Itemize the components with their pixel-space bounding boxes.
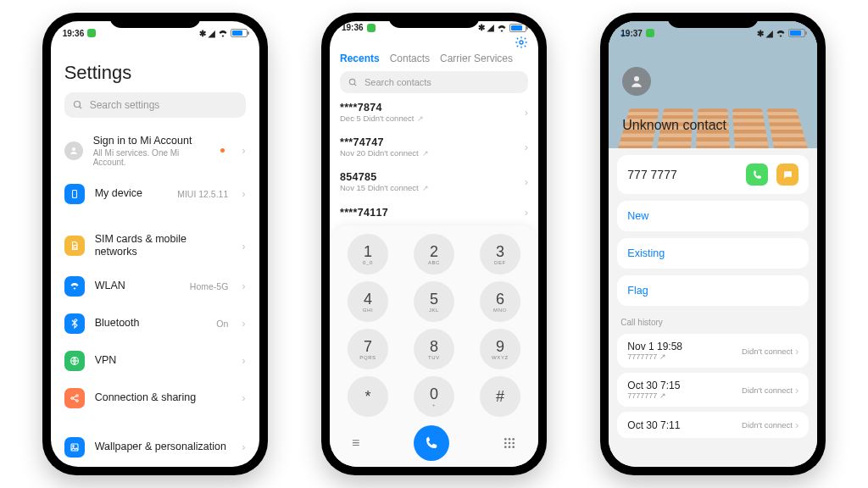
recent-number: ****74117: [340, 207, 525, 219]
wifi-status-icon: [497, 24, 507, 32]
phone-dialer: 19:36 ✱ ◢ Recents Contacts Carrier Servi…: [321, 13, 547, 475]
key-digit: 0: [430, 386, 438, 402]
chevron-right-icon: ›: [242, 240, 245, 252]
menu-button[interactable]: ≡: [352, 435, 359, 451]
settings-row-sim[interactable]: SIM cards & mobile networks›: [64, 225, 246, 268]
settings-row-bluetooth[interactable]: BluetoothOn›: [64, 305, 246, 342]
action-existing[interactable]: Existing: [617, 238, 809, 269]
svg-rect-9: [71, 444, 78, 451]
dialpad-toggle-button[interactable]: [503, 436, 516, 450]
key-letters: WXYZ: [492, 355, 509, 360]
my-device-row[interactable]: My device MIUI 12.5.11 ›: [64, 175, 246, 213]
key-digit: 6: [496, 291, 504, 307]
key-letters: PQRS: [359, 355, 376, 360]
person-icon: [64, 141, 83, 160]
key-digit: 7: [364, 339, 372, 354]
status-time: 19:37: [620, 29, 643, 38]
wallpaper-label: Wallpaper & personalization: [95, 441, 232, 454]
recent-call-item[interactable]: ***74747Nov 20 Didn't connect ↗›: [340, 130, 528, 164]
outgoing-icon: ↗: [659, 391, 666, 400]
action-new[interactable]: New: [617, 201, 809, 231]
svg-point-0: [74, 102, 80, 108]
settings-row-label: VPN: [95, 354, 232, 368]
settings-row-label: Bluetooth: [95, 317, 207, 330]
recent-number: ****7874: [340, 102, 525, 114]
action-flag[interactable]: Flag: [617, 275, 809, 306]
settings-row-label: WLAN: [95, 280, 180, 293]
call-button[interactable]: [414, 425, 449, 461]
account-row[interactable]: Sign in to Mi Account All Mi services. O…: [64, 126, 246, 175]
call-action-button[interactable]: [746, 164, 768, 186]
key-8[interactable]: 8TUV: [414, 329, 454, 369]
tab-contacts[interactable]: Contacts: [390, 53, 430, 64]
recent-call-item[interactable]: ****7874Dec 5 Didn't connect ↗›: [340, 95, 528, 130]
key-3[interactable]: 3DEF: [480, 234, 520, 274]
history-status: Didn't connect: [742, 420, 793, 430]
signal-icon: ◢: [766, 29, 773, 38]
device-icon: [64, 184, 85, 204]
chevron-right-icon: ›: [242, 144, 245, 157]
chevron-right-icon: ›: [795, 384, 798, 396]
svg-rect-4: [74, 246, 77, 249]
settings-gear-button[interactable]: [340, 36, 528, 53]
call-history-item[interactable]: Oct 30 7:11Didn't connect›: [617, 412, 809, 438]
recent-subtitle: Dec 5 Didn't connect ↗: [340, 114, 525, 123]
svg-point-16: [512, 438, 515, 441]
my-device-label: My device: [95, 187, 168, 201]
key-*[interactable]: *: [348, 376, 388, 417]
wallpaper-icon: [64, 437, 85, 458]
key-9[interactable]: 9WXYZ: [480, 329, 520, 369]
settings-row-share[interactable]: Connection & sharing›: [64, 380, 246, 417]
sim-icon: [64, 236, 85, 256]
tab-carrier-services[interactable]: Carrier Services: [440, 53, 513, 64]
key-4[interactable]: 4GHI: [348, 281, 388, 322]
key-0[interactable]: 0+: [414, 376, 454, 417]
wifi-icon: [64, 276, 85, 297]
key-#[interactable]: #: [480, 376, 520, 417]
message-action-button[interactable]: [776, 164, 798, 186]
key-6[interactable]: 6MNO: [480, 281, 520, 322]
bluetooth-icon: [64, 313, 85, 334]
call-history-item[interactable]: Nov 1 19:587777777 ↗Didn't connect›: [617, 334, 809, 368]
history-status: Didn't connect: [742, 385, 793, 395]
signal-icon: ◢: [487, 23, 494, 32]
history-time: Nov 1 19:58: [627, 341, 742, 352]
key-1[interactable]: 10_0: [348, 234, 388, 274]
chevron-right-icon: ›: [242, 391, 245, 404]
status-time: 19:36: [342, 23, 364, 32]
svg-point-21: [509, 446, 511, 448]
svg-point-18: [509, 442, 511, 445]
phone-settings: 19:36 ✱ ◢ Settings Search settings Sign …: [42, 13, 268, 475]
search-settings-input[interactable]: Search settings: [64, 92, 246, 118]
call-history-item[interactable]: Oct 30 7:157777777 ↗Didn't connect›: [617, 373, 809, 407]
svg-point-10: [72, 446, 74, 447]
key-letters: GHI: [363, 308, 373, 313]
recent-call-item[interactable]: 854785Nov 15 Didn't connect ↗›: [340, 164, 528, 199]
chevron-right-icon: ›: [525, 106, 528, 119]
chevron-right-icon: ›: [242, 187, 245, 200]
svg-point-20: [504, 446, 507, 448]
key-2[interactable]: 2ABC: [414, 234, 454, 274]
tab-recents[interactable]: Recents: [340, 53, 380, 64]
key-letters: 0_0: [363, 260, 373, 265]
svg-point-22: [512, 446, 515, 448]
search-contacts-input[interactable]: Search contacts: [340, 71, 528, 93]
settings-row-value: On: [216, 319, 228, 329]
key-digit: #: [496, 389, 504, 404]
chevron-right-icon: ›: [242, 441, 245, 453]
wallpaper-row[interactable]: Wallpaper & personalization ›: [64, 429, 246, 466]
key-digit: *: [364, 389, 370, 404]
svg-point-15: [509, 438, 511, 441]
contact-name: Unknown contact: [622, 118, 726, 133]
status-app-icon: [87, 29, 96, 37]
svg-point-17: [504, 442, 507, 445]
key-letters: DEF: [494, 260, 506, 265]
settings-row-wifi[interactable]: WLANHome-5G›: [64, 268, 246, 305]
outgoing-icon: ↗: [659, 352, 666, 361]
key-7[interactable]: 7PQRS: [348, 329, 388, 369]
settings-row-vpn[interactable]: VPN›: [64, 342, 246, 380]
recent-call-item[interactable]: ****74117›: [340, 199, 528, 225]
search-icon: [73, 100, 83, 110]
key-5[interactable]: 5JKL: [414, 281, 454, 322]
dialer-tabs: Recents Contacts Carrier Services: [340, 53, 528, 71]
